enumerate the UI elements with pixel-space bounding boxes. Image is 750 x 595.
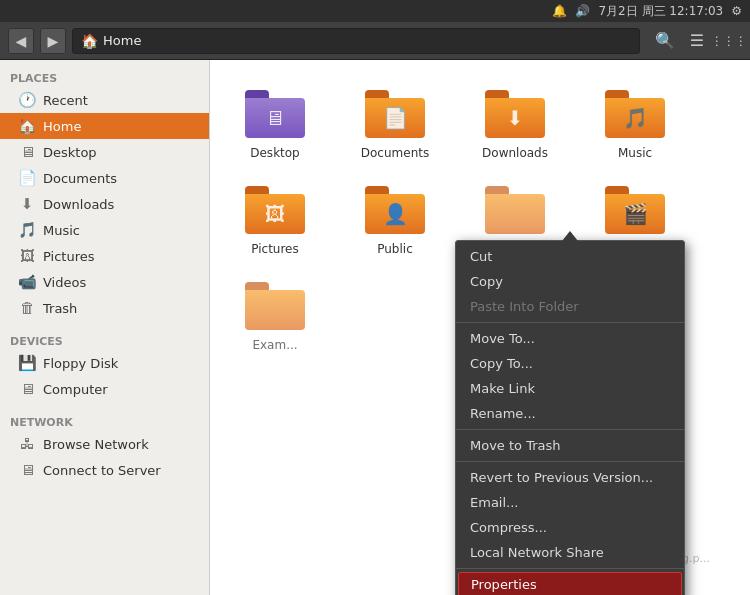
music-folder-icon: 🎵 bbox=[603, 86, 667, 142]
music-icon: 🎵 bbox=[18, 221, 36, 239]
sidebar-item-downloads[interactable]: ⬇ Downloads bbox=[0, 191, 209, 217]
sidebar-item-computer[interactable]: 🖥 Computer bbox=[0, 376, 209, 402]
ctx-sep2 bbox=[456, 429, 684, 430]
pictures-folder-icon: 🖼 bbox=[243, 182, 307, 238]
trash-icon: 🗑 bbox=[18, 299, 36, 317]
ctx-copy[interactable]: Copy bbox=[456, 269, 684, 294]
ctx-local-network[interactable]: Local Network Share bbox=[456, 540, 684, 565]
documents-folder-label: Documents bbox=[361, 146, 429, 160]
sidebar-label-home: Home bbox=[43, 119, 81, 134]
sidebar-label-videos: Videos bbox=[43, 275, 86, 290]
sidebar-item-browse-network[interactable]: 🖧 Browse Network bbox=[0, 431, 209, 457]
computer-icon: 🖥 bbox=[18, 380, 36, 398]
sidebar-label-floppy: Floppy Disk bbox=[43, 356, 118, 371]
pictures-folder-label: Pictures bbox=[251, 242, 299, 256]
menu-button[interactable]: ☰ bbox=[684, 28, 710, 54]
sidebar-item-recent[interactable]: 🕐 Recent bbox=[0, 87, 209, 113]
ctx-move-to[interactable]: Move To... bbox=[456, 326, 684, 351]
downloads-folder-icon: ⬇ bbox=[483, 86, 547, 142]
downloads-icon: ⬇ bbox=[18, 195, 36, 213]
ctx-copy-to[interactable]: Copy To... bbox=[456, 351, 684, 376]
toolbar-actions: 🔍 ☰ ⋮⋮⋮ bbox=[652, 28, 742, 54]
top-bar: 🔔 🔊 7月2日 周三 12:17:03 ⚙ bbox=[0, 0, 750, 22]
ctx-compress[interactable]: Compress... bbox=[456, 515, 684, 540]
toolbar: ◀ ▶ 🏠 Home 🔍 ☰ ⋮⋮⋮ bbox=[0, 22, 750, 60]
places-label: Places bbox=[0, 66, 209, 87]
context-menu-arrow bbox=[562, 231, 578, 241]
network-status-icon: 🔔 bbox=[552, 4, 567, 18]
sidebar-item-desktop[interactable]: 🖥 Desktop bbox=[0, 139, 209, 165]
file-item-downloads[interactable]: ⬇ Downloads bbox=[470, 80, 560, 166]
sidebar-label-recent: Recent bbox=[43, 93, 88, 108]
sidebar-item-documents[interactable]: 📄 Documents bbox=[0, 165, 209, 191]
sidebar-label-trash: Trash bbox=[43, 301, 77, 316]
sidebar-item-videos[interactable]: 📹 Videos bbox=[0, 269, 209, 295]
volume-icon: 🔊 bbox=[575, 4, 590, 18]
places-section: Places 🕐 Recent 🏠 Home 🖥 Desktop 📄 Docum… bbox=[0, 66, 209, 321]
main-layout: Places 🕐 Recent 🏠 Home 🖥 Desktop 📄 Docum… bbox=[0, 60, 750, 595]
forward-button[interactable]: ▶ bbox=[40, 28, 66, 54]
view-toggle-button[interactable]: ⋮⋮⋮ bbox=[716, 28, 742, 54]
public-folder-icon: 👤 bbox=[363, 182, 427, 238]
examples-folder-icon bbox=[243, 278, 307, 334]
network-section: Network 🖧 Browse Network 🖥 Connect to Se… bbox=[0, 410, 209, 483]
desktop-icon: 🖥 bbox=[18, 143, 36, 161]
ctx-move-to-trash[interactable]: Move to Trash bbox=[456, 433, 684, 458]
ctx-revert[interactable]: Revert to Previous Version... bbox=[456, 465, 684, 490]
datetime-label: 7月2日 周三 12:17:03 bbox=[598, 3, 723, 20]
connect-server-icon: 🖥 bbox=[18, 461, 36, 479]
sidebar-label-browse-network: Browse Network bbox=[43, 437, 149, 452]
sidebar-item-pictures[interactable]: 🖼 Pictures bbox=[0, 243, 209, 269]
back-button[interactable]: ◀ bbox=[8, 28, 34, 54]
sidebar-label-computer: Computer bbox=[43, 382, 108, 397]
sidebar-item-trash[interactable]: 🗑 Trash bbox=[0, 295, 209, 321]
browse-network-icon: 🖧 bbox=[18, 435, 36, 453]
file-item-desktop[interactable]: 🖥 Desktop bbox=[230, 80, 320, 166]
devices-label: Devices bbox=[0, 329, 209, 350]
file-item-public[interactable]: 👤 Public bbox=[350, 176, 440, 262]
context-menu: Cut Copy Paste Into Folder Move To... Co… bbox=[455, 240, 685, 595]
documents-folder-icon: 📄 bbox=[363, 86, 427, 142]
videos-folder-icon: 🎬 bbox=[603, 182, 667, 238]
top-bar-right: 🔔 🔊 7月2日 周三 12:17:03 ⚙ bbox=[552, 3, 742, 20]
ctx-cut[interactable]: Cut bbox=[456, 244, 684, 269]
file-item-pictures[interactable]: 🖼 Pictures bbox=[230, 176, 320, 262]
ctx-sep3 bbox=[456, 461, 684, 462]
sidebar-item-home[interactable]: 🏠 Home bbox=[0, 113, 209, 139]
documents-icon: 📄 bbox=[18, 169, 36, 187]
sidebar-label-desktop: Desktop bbox=[43, 145, 97, 160]
network-label: Network bbox=[0, 410, 209, 431]
ctx-make-link[interactable]: Make Link bbox=[456, 376, 684, 401]
home-sidebar-icon: 🏠 bbox=[18, 117, 36, 135]
ctx-properties[interactable]: Properties bbox=[458, 572, 682, 595]
search-button[interactable]: 🔍 bbox=[652, 28, 678, 54]
location-bar[interactable]: 🏠 Home bbox=[72, 28, 640, 54]
sidebar-item-floppy[interactable]: 💾 Floppy Disk bbox=[0, 350, 209, 376]
file-item-music[interactable]: 🎵 Music bbox=[590, 80, 680, 166]
ctx-sep4 bbox=[456, 568, 684, 569]
sidebar-item-music[interactable]: 🎵 Music bbox=[0, 217, 209, 243]
recent-icon: 🕐 bbox=[18, 91, 36, 109]
pictures-icon: 🖼 bbox=[18, 247, 36, 265]
floppy-icon: 💾 bbox=[18, 354, 36, 372]
sidebar-label-connect-server: Connect to Server bbox=[43, 463, 161, 478]
settings-icon[interactable]: ⚙ bbox=[731, 4, 742, 18]
public-folder-label: Public bbox=[377, 242, 413, 256]
file-item-documents[interactable]: 📄 Documents bbox=[350, 80, 440, 166]
videos-icon: 📹 bbox=[18, 273, 36, 291]
music-folder-label: Music bbox=[618, 146, 652, 160]
ctx-email[interactable]: Email... bbox=[456, 490, 684, 515]
ctx-paste-into-folder: Paste Into Folder bbox=[456, 294, 684, 319]
file-item-examples[interactable]: Exam... bbox=[230, 272, 320, 358]
sidebar-label-music: Music bbox=[43, 223, 80, 238]
sidebar: Places 🕐 Recent 🏠 Home 🖥 Desktop 📄 Docum… bbox=[0, 60, 210, 595]
location-text: Home bbox=[103, 33, 141, 48]
devices-section: Devices 💾 Floppy Disk 🖥 Computer bbox=[0, 329, 209, 402]
ctx-rename[interactable]: Rename... bbox=[456, 401, 684, 426]
file-area: 🖥 Desktop 📄 Documents bbox=[210, 60, 750, 595]
desktop-folder-label: Desktop bbox=[250, 146, 300, 160]
sidebar-item-connect-server[interactable]: 🖥 Connect to Server bbox=[0, 457, 209, 483]
desktop-folder-icon: 🖥 bbox=[243, 86, 307, 142]
sidebar-label-downloads: Downloads bbox=[43, 197, 114, 212]
sidebar-label-pictures: Pictures bbox=[43, 249, 94, 264]
